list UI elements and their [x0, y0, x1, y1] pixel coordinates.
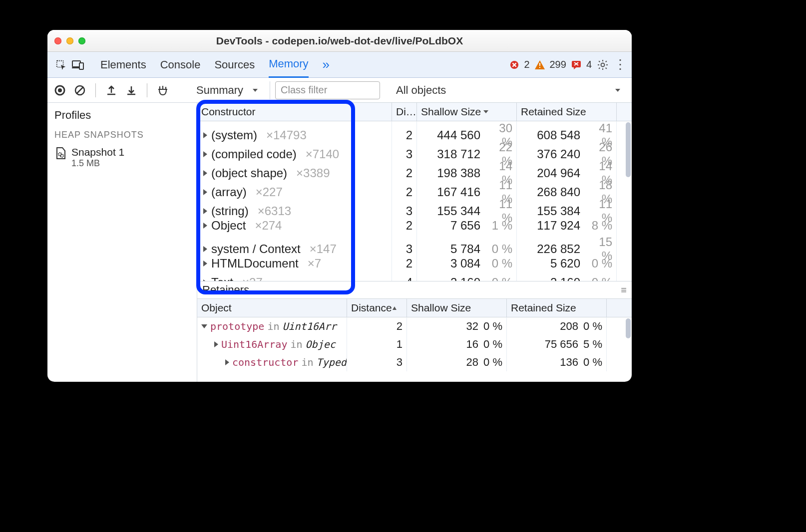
- disclosure-icon[interactable]: [214, 341, 218, 347]
- view-select[interactable]: Summary: [190, 81, 270, 99]
- retainer-shallow: 32: [466, 320, 478, 333]
- disclosure-icon[interactable]: [203, 132, 207, 138]
- table-body[interactable]: (system)×147932444 56030 %608 54841 %(co…: [197, 121, 632, 281]
- retained-size: 117 924: [537, 219, 580, 233]
- error-count-value: 2: [524, 59, 529, 70]
- retainer-in: in: [267, 320, 279, 332]
- table-row[interactable]: Object×27427 6561 %117 9248 %: [197, 216, 632, 235]
- disclosure-icon[interactable]: [203, 223, 207, 229]
- shallow-pct: 0 %: [485, 257, 512, 270]
- table-row[interactable]: (string)×63133155 34411 %155 38411 %: [197, 197, 632, 216]
- retainers-body[interactable]: prototype in Uint16Arr2320 %2080 %Uint16…: [197, 317, 632, 371]
- more-icon[interactable]: ⋮: [614, 62, 627, 67]
- retainer-in: in: [290, 338, 302, 350]
- retainer-retained-pct: 0 %: [583, 320, 602, 333]
- memory-toolbar: Summary Class filter All objects: [47, 78, 632, 103]
- retained-pct: 8 %: [585, 219, 612, 233]
- disclosure-icon[interactable]: [203, 170, 207, 176]
- svg-rect-2: [79, 63, 83, 69]
- issues-count[interactable]: [571, 60, 581, 69]
- tab-sources[interactable]: Sources: [214, 52, 255, 78]
- issues-count-value: 4: [586, 59, 592, 70]
- retainer-retained: 136: [560, 356, 578, 369]
- svg-point-7: [601, 63, 605, 66]
- disclosure-icon[interactable]: [203, 189, 207, 195]
- table-row[interactable]: system / Context×14735 7840 %226 85215 %: [197, 235, 632, 254]
- tab-elements[interactable]: Elements: [100, 52, 146, 78]
- retainer-type: Objec: [306, 338, 336, 350]
- retainer-name: Uint16Array: [221, 338, 287, 350]
- retainer-type: Typed: [317, 356, 347, 368]
- col-distance[interactable]: Di…: [392, 103, 417, 121]
- sort-desc-icon: [483, 109, 489, 114]
- snapshot-size: 1.5 MB: [71, 158, 124, 169]
- retainer-shallow-pct: 0 %: [483, 356, 502, 369]
- device-toolbar-icon[interactable]: [69, 56, 86, 73]
- disclosure-icon[interactable]: [203, 208, 207, 214]
- ret-col-shallow[interactable]: Shallow Size: [407, 299, 507, 317]
- distance-cell: 2: [392, 254, 417, 273]
- distance-cell: 2: [392, 216, 417, 235]
- table-row[interactable]: HTMLDocument×723 0840 %5 6200 %: [197, 254, 632, 273]
- settings-icon[interactable]: [597, 59, 609, 71]
- record-icon[interactable]: [52, 83, 67, 98]
- save-icon[interactable]: [124, 83, 139, 98]
- ret-col-object[interactable]: Object: [197, 299, 347, 317]
- constructor-name: HTMLDocument: [211, 257, 299, 270]
- disclosure-icon[interactable]: [203, 261, 207, 266]
- table-row[interactable]: (array)×2272167 41611 %268 84018 %: [197, 178, 632, 197]
- distance-cell: 4: [392, 273, 417, 281]
- snapshot-name: Snapshot 1: [71, 146, 124, 158]
- object-filter-select[interactable]: All objects: [390, 84, 627, 97]
- scrollbar-thumb[interactable]: [626, 122, 631, 177]
- ret-col-retained[interactable]: Retained Size: [507, 299, 607, 317]
- tab-console[interactable]: Console: [160, 52, 201, 78]
- col-retained[interactable]: Retained Size: [517, 103, 617, 121]
- col-constructor[interactable]: Constructor: [197, 103, 392, 121]
- class-filter-input[interactable]: Class filter: [275, 81, 380, 99]
- retainers-title: Retainers: [202, 283, 249, 296]
- svg-line-11: [76, 87, 83, 94]
- load-icon[interactable]: [104, 83, 119, 98]
- retained-size: 5 620: [550, 257, 580, 270]
- svg-point-9: [58, 88, 62, 92]
- table-header: Constructor Di… Shallow Size Retained Si…: [197, 103, 632, 121]
- disclosure-icon[interactable]: [203, 279, 207, 281]
- table-row[interactable]: Text×2742 1600 %2 1600 %: [197, 273, 632, 281]
- retainer-distance: 2: [347, 317, 407, 335]
- shallow-size: 3 084: [450, 257, 480, 270]
- retainer-row[interactable]: prototype in Uint16Arr2320 %2080 %: [197, 317, 632, 335]
- snapshot-item[interactable]: Snapshot 1 1.5 MB: [54, 144, 190, 171]
- disclosure-icon[interactable]: [225, 359, 229, 365]
- clear-icon[interactable]: [72, 83, 87, 98]
- retainers-menu-icon[interactable]: ≡: [621, 284, 627, 296]
- table-row[interactable]: (compiled code)×71403318 71222 %376 2402…: [197, 140, 632, 159]
- retainer-type: Uint16Arr: [282, 320, 336, 332]
- inspect-element-icon[interactable]: [52, 56, 69, 73]
- retainer-retained: 75 656: [545, 338, 578, 351]
- ret-col-distance[interactable]: Distance: [347, 299, 407, 317]
- heap-table-panel: Constructor Di… Shallow Size Retained Si…: [197, 103, 632, 382]
- constructor-name: Object: [211, 219, 246, 233]
- retainer-row[interactable]: Uint16Array in Objec1160 %75 6565 %: [197, 335, 632, 353]
- retainer-retained-pct: 5 %: [583, 338, 602, 351]
- error-count[interactable]: [510, 60, 519, 69]
- shallow-pct: 1 %: [485, 219, 512, 233]
- instance-count: ×274: [255, 219, 282, 233]
- table-row[interactable]: (object shape)×33892198 38814 %204 96414…: [197, 159, 632, 178]
- disclosure-open-icon[interactable]: [201, 324, 207, 328]
- more-tabs-icon[interactable]: »: [323, 52, 330, 78]
- disclosure-icon[interactable]: [203, 151, 207, 157]
- disclosure-icon[interactable]: [203, 246, 207, 252]
- tab-memory[interactable]: Memory: [269, 52, 308, 78]
- col-shallow[interactable]: Shallow Size: [417, 103, 517, 121]
- instance-count: ×7: [308, 257, 321, 270]
- table-row[interactable]: (system)×147932444 56030 %608 54841 %: [197, 121, 632, 140]
- retainer-row[interactable]: constructor in Typed3280 %1360 %: [197, 353, 632, 371]
- warning-count[interactable]: [535, 60, 545, 69]
- scrollbar-thumb[interactable]: [626, 318, 631, 338]
- svg-rect-5: [539, 67, 540, 68]
- retained-pct: 0 %: [585, 257, 612, 270]
- garbage-collect-icon[interactable]: [155, 83, 170, 98]
- retainer-shallow-pct: 0 %: [483, 338, 502, 351]
